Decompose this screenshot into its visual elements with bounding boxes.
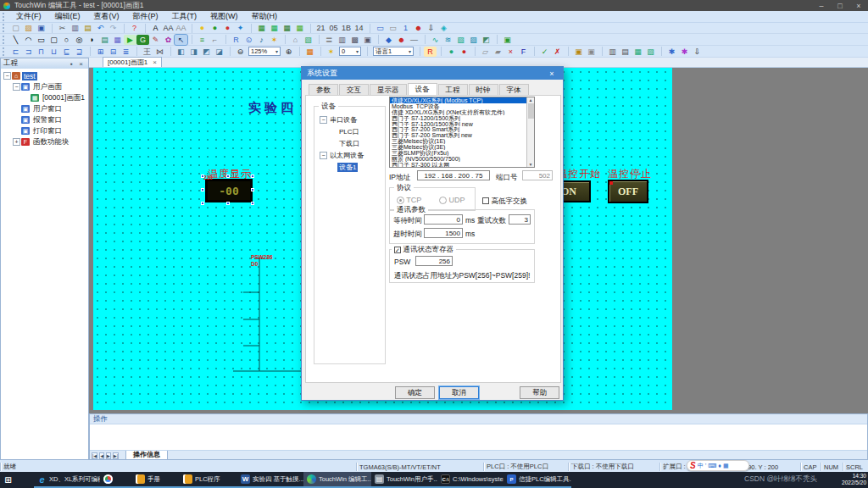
dynamic-text-icon[interactable]: AA (162, 23, 175, 33)
stairs-icon[interactable]: ⌐ (209, 35, 221, 45)
data-transfer-icon[interactable]: 1 (399, 23, 412, 33)
port-field[interactable]: 502 (522, 170, 553, 180)
xy-curve-icon[interactable]: ◩ (480, 35, 492, 45)
ime-lang-icon[interactable]: 中 (698, 463, 704, 469)
delete-screen-icon[interactable]: × (504, 47, 517, 57)
dialog-close-icon[interactable]: × (541, 69, 563, 78)
taskbar-item-手册[interactable]: 手册 (132, 472, 180, 488)
open-icon[interactable]: ▨ (22, 23, 35, 33)
taskbar-item-实验四 基于触摸...[interactable]: W实验四 基于触摸... (237, 472, 303, 488)
tree-item-设备1[interactable]: 设备1 (317, 161, 383, 173)
taskbar-item-信捷PLC编辑工具...[interactable]: P信捷PLC编辑工具... (504, 472, 571, 488)
device-list-item[interactable]: 西门子 S7-1200/1500系列 new (390, 121, 534, 127)
grid-icon[interactable]: ▦ (303, 47, 316, 57)
tree-item-test[interactable]: −⌂test (1, 70, 88, 81)
monitor-icon[interactable]: ▣ (361, 35, 374, 45)
trend-curve-icon[interactable]: ∿ (429, 35, 442, 45)
chevron-down-icon[interactable]: ▾ (275, 48, 278, 54)
pin-icon[interactable]: ▪ (67, 60, 76, 68)
screen4-icon[interactable]: ▦ (293, 23, 306, 33)
same-height-icon[interactable]: ⊟ (107, 47, 120, 57)
dialog-tab-工程[interactable]: 工程 (438, 84, 468, 96)
group-icon[interactable]: 王 (141, 47, 153, 57)
dialog-tab-交互[interactable]: 交互 (339, 84, 369, 96)
device-type-listbox[interactable]: 信捷XD/XL/XG系列 (Modbus TCP)Modbus_TCP设备信捷 … (389, 97, 535, 168)
ime-toolbox-icon[interactable]: ▦ (723, 463, 729, 469)
image-tool-icon[interactable]: ▤ (98, 35, 111, 45)
lamp-yellow-icon[interactable]: ● (196, 23, 209, 33)
blink-combo[interactable]: 0▾ (339, 47, 361, 56)
dialog-tab-字体[interactable]: 字体 (499, 84, 529, 96)
taskbar-item-chrome[interactable] (100, 472, 132, 488)
same-width-icon[interactable]: ⊞ (94, 47, 107, 57)
selection-handle[interactable] (201, 202, 204, 205)
device-list-item[interactable]: 西门子 S7-200 Smart系列 (390, 126, 534, 132)
copy-icon[interactable]: ▥ (69, 23, 81, 33)
collapse-icon[interactable]: − (320, 116, 327, 124)
dialog-tab-显示器[interactable]: 显示器 (370, 84, 407, 96)
menu-帮助(H)[interactable]: 帮助(H) (245, 11, 285, 22)
tcp-radio[interactable] (397, 197, 404, 204)
device-list-item[interactable]: 信捷 XD/XL/XG系列 (XNet支持所有软元件) (390, 109, 534, 115)
font-lib-icon[interactable]: R (424, 47, 437, 57)
undo-icon[interactable]: ↶ (94, 23, 107, 33)
temp-stop-button[interactable]: OFF (608, 180, 648, 203)
align-bottom-icon[interactable]: ⊔ (47, 47, 60, 57)
device-list-item[interactable]: 西门子 S7-300 以太网 (390, 162, 534, 168)
ime-punct-icon[interactable]: ’ (705, 463, 707, 469)
comm-status-checkbox[interactable]: ✓ (394, 247, 401, 253)
photo-icon[interactable]: ▧ (302, 35, 314, 45)
chevron-down-icon[interactable]: ▾ (356, 48, 359, 54)
ok-button[interactable]: 确定 (395, 386, 435, 399)
badge-14-icon[interactable]: 14 (353, 23, 365, 33)
start-button[interactable]: ⊞ (0, 472, 34, 488)
nav-button[interactable]: ▶| (113, 452, 119, 459)
gif-icon[interactable]: G (136, 35, 149, 45)
history-bar-icon[interactable]: ▧ (454, 35, 467, 45)
compile-all-icon[interactable]: ✱ (678, 47, 691, 57)
selection-handle[interactable] (226, 202, 230, 205)
blink-icon[interactable]: ✶ (325, 47, 337, 57)
zoom-out-icon[interactable]: ⊖ (234, 47, 247, 57)
panel-close-icon[interactable]: × (76, 60, 86, 68)
device-list-item[interactable]: 三菱SLMP协议(Fx5u) (390, 150, 534, 156)
brush-icon[interactable]: ✎ (149, 35, 162, 45)
device2-icon[interactable]: ▩ (348, 35, 361, 45)
menu-工具(T)[interactable]: 工具(T) (165, 11, 204, 22)
nav-button[interactable]: ▶ (106, 452, 111, 459)
function-key-icon[interactable]: F (517, 47, 530, 57)
ladder-icon[interactable]: ≡ (196, 35, 209, 45)
retry-field[interactable]: 3 (509, 214, 531, 225)
lamp-red-icon[interactable]: ● (221, 23, 234, 33)
align-right-icon[interactable]: ⊐ (22, 47, 35, 57)
device-list-item[interactable]: 西门子 S7-200 Smart系列 new (390, 132, 534, 138)
device1-icon[interactable]: ▥ (336, 35, 348, 45)
selection-handle[interactable] (201, 188, 204, 191)
sim-offline-icon[interactable]: ● (458, 47, 470, 57)
rotate-icon[interactable]: ✿ (162, 35, 175, 45)
center-v-icon[interactable]: ⊒ (73, 47, 86, 57)
copy-screen-icon[interactable]: ▱ (479, 47, 492, 57)
scroll-thumb[interactable] (528, 103, 534, 119)
circle-tool-icon[interactable]: ◎ (73, 35, 86, 45)
compile-icon[interactable]: ✱ (665, 47, 678, 57)
menu-视图(W)[interactable]: 视图(W) (203, 11, 245, 22)
selection-handle[interactable] (226, 175, 230, 178)
movie-icon[interactable]: ▶ (124, 35, 136, 45)
menu-文件(F)[interactable]: 文件(F) (9, 11, 48, 22)
fit-top-icon[interactable]: ◩ (200, 47, 213, 57)
collapse-icon[interactable]: − (13, 83, 20, 91)
new-icon[interactable]: ▢ (9, 23, 22, 33)
download-icon[interactable]: ⇩ (425, 23, 437, 33)
user-icon[interactable]: ☻ (412, 23, 425, 33)
lamp-green-icon[interactable]: ● (209, 23, 221, 33)
swap-checkbox[interactable] (482, 197, 489, 204)
same-size-icon[interactable]: ≣ (120, 47, 132, 57)
sim-online-icon[interactable]: ● (445, 47, 458, 57)
paste-icon[interactable]: ▤ (81, 23, 94, 33)
screen3-icon[interactable]: ▦ (281, 23, 293, 33)
tree-item-PLC口[interactable]: PLC口 (317, 125, 383, 137)
modem-icon[interactable]: 〓 (323, 35, 336, 45)
psw-field[interactable]: 256 (415, 256, 453, 266)
dash-icon[interactable]: — (408, 35, 420, 45)
